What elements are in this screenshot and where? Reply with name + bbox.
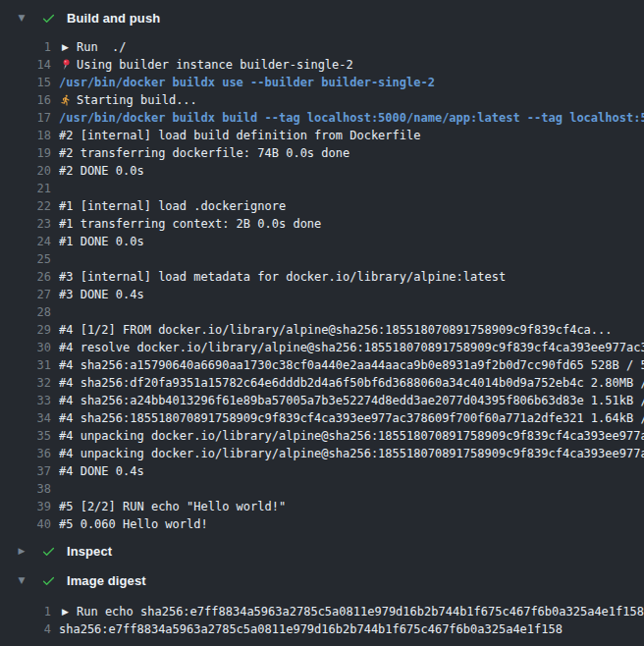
- log-line: 24 #1 DONE 0.0s: [0, 233, 644, 250]
- play-icon: ▶: [62, 603, 69, 620]
- log-line: 31 #4 sha256:a15790640a6690aa1730c38cf0a…: [0, 356, 644, 374]
- line-content: #4 DONE 0.4s: [59, 462, 644, 480]
- line-text: #4 sha256:df20fa9351a15782c64e6dddb2d4a6…: [59, 374, 644, 392]
- section-header-inspect[interactable]: ▶ Inspect: [0, 537, 644, 565]
- line-content: #4 unpacking docker.io/library/alpine@sh…: [59, 445, 644, 462]
- line-text: #4 sha256:a15790640a6690aa1730c38cf0a440…: [59, 356, 644, 374]
- line-number[interactable]: 19: [0, 144, 51, 162]
- line-number[interactable]: 4: [0, 620, 51, 638]
- line-text: #4 sha256:a24bb4013296f61e89ba57005a7b3e…: [59, 392, 644, 409]
- line-number[interactable]: 23: [0, 215, 51, 233]
- line-content: ▶Run ./: [59, 38, 644, 56]
- log-line: 20 #2 DONE 0.0s: [0, 162, 644, 180]
- line-text: #3 DONE 0.4s: [59, 286, 144, 303]
- line-number[interactable]: 15: [0, 74, 51, 91]
- line-text: #5 0.060 Hello world!: [59, 515, 208, 533]
- chevron-down-icon[interactable]: ▼: [16, 575, 27, 585]
- runner-icon: [60, 94, 72, 106]
- line-content: #4 sha256:a24bb4013296f61e89ba57005a7b3e…: [59, 392, 644, 409]
- line-text: #1 transferring context: 2B 0.0s done: [59, 215, 321, 233]
- line-number[interactable]: 24: [0, 233, 51, 250]
- line-text: Starting build...: [77, 91, 197, 109]
- line-number[interactable]: 1: [0, 603, 51, 620]
- line-content: /usr/bin/docker buildx build --tag local…: [59, 109, 644, 127]
- line-text: Run echo sha256:e7ff8834a5963a2785c5a081…: [77, 603, 644, 620]
- line-text: #4 DONE 0.4s: [59, 462, 144, 480]
- log-line: 16 Starting build...: [0, 91, 644, 109]
- line-content: /usr/bin/docker buildx use --builder bui…: [59, 74, 644, 91]
- log-section: ▼ Build and push 1 ▶Run ./ 14 Using buil…: [0, 4, 644, 533]
- log-line: 14 Using builder instance builder-single…: [0, 56, 644, 74]
- log-line: 23 #1 transferring context: 2B 0.0s done: [0, 215, 644, 233]
- log-section: ▶ Inspect: [0, 537, 644, 565]
- line-number[interactable]: 34: [0, 409, 51, 427]
- play-icon: ▶: [62, 38, 69, 56]
- line-number[interactable]: 27: [0, 286, 51, 303]
- run-expand-icon[interactable]: ▶: [59, 41, 72, 53]
- line-number[interactable]: 39: [0, 498, 51, 515]
- line-content: #2 transferring dockerfile: 74B 0.0s don…: [59, 144, 644, 162]
- line-number[interactable]: 26: [0, 268, 51, 286]
- line-text: #3 [internal] load metadata for docker.i…: [59, 268, 506, 286]
- log-line: 38: [0, 480, 644, 498]
- log-line: 25: [0, 250, 644, 268]
- line-number[interactable]: 17: [0, 109, 51, 127]
- run-expand-icon[interactable]: ▶: [59, 606, 72, 618]
- section-header-image-digest[interactable]: ▼ Image digest: [0, 566, 644, 594]
- line-number[interactable]: 30: [0, 339, 51, 356]
- log-line: 35 #4 unpacking docker.io/library/alpine…: [0, 427, 644, 445]
- line-number[interactable]: 36: [0, 445, 51, 462]
- line-number[interactable]: 32: [0, 374, 51, 392]
- line-number[interactable]: 14: [0, 56, 51, 74]
- line-number[interactable]: 22: [0, 197, 51, 215]
- log-line: 4 sha256:e7ff8834a5963a2785c5a0811e979d1…: [0, 620, 644, 638]
- section-title: Inspect: [67, 544, 112, 559]
- log-section: ▼ Image digest 1 ▶Run echo sha256:e7ff88…: [0, 566, 644, 638]
- line-content: #2 DONE 0.0s: [59, 162, 644, 180]
- success-check-icon: [41, 11, 56, 26]
- line-text: #4 unpacking docker.io/library/alpine@sh…: [59, 445, 644, 462]
- line-text: #2 [internal] load build definition from…: [59, 127, 420, 144]
- section-lines: 1 ▶Run ./ 14 Using builder instance buil…: [0, 31, 644, 533]
- line-content: Using builder instance builder-single-2: [59, 56, 644, 74]
- line-number[interactable]: 37: [0, 462, 51, 480]
- line-content: #4 resolve docker.io/library/alpine@sha2…: [59, 339, 644, 356]
- line-text: #5 [2/2] RUN echo "Hello world!": [59, 498, 286, 515]
- line-text: #4 sha256:185518070891758909c9f839cf4ca3…: [59, 409, 644, 427]
- section-lines: 1 ▶Run echo sha256:e7ff8834a5963a2785c5a…: [0, 594, 644, 638]
- line-text: #2 DONE 0.0s: [59, 162, 144, 180]
- log-line: 21: [0, 180, 644, 197]
- line-number[interactable]: 25: [0, 250, 51, 268]
- line-number[interactable]: 35: [0, 427, 51, 445]
- log-line: 37 #4 DONE 0.4s: [0, 462, 644, 480]
- line-number[interactable]: 1: [0, 38, 51, 56]
- line-number[interactable]: 40: [0, 515, 51, 533]
- line-text: Using builder instance builder-single-2: [77, 56, 353, 74]
- line-number[interactable]: 21: [0, 180, 51, 197]
- line-text: #4 [1/2] FROM docker.io/library/alpine@s…: [59, 321, 613, 339]
- log-line: 34 #4 sha256:185518070891758909c9f839cf4…: [0, 409, 644, 427]
- line-number[interactable]: 29: [0, 321, 51, 339]
- line-number[interactable]: 28: [0, 303, 51, 321]
- line-content: ▶Run echo sha256:e7ff8834a5963a2785c5a08…: [59, 603, 644, 620]
- log-line: 30 #4 resolve docker.io/library/alpine@s…: [0, 339, 644, 356]
- line-content: #5 [2/2] RUN echo "Hello world!": [59, 498, 644, 515]
- chevron-down-icon[interactable]: ▼: [16, 13, 27, 23]
- log-line: 32 #4 sha256:df20fa9351a15782c64e6dddb2d…: [0, 374, 644, 392]
- log-line: 39 #5 [2/2] RUN echo "Hello world!": [0, 498, 644, 515]
- log-line: 27 #3 DONE 0.4s: [0, 286, 644, 303]
- line-text: sha256:e7ff8834a5963a2785c5a0811e979d16b…: [59, 620, 563, 638]
- line-text: /usr/bin/docker buildx build --tag local…: [59, 109, 644, 127]
- line-content: #1 [internal] load .dockerignore: [59, 197, 644, 215]
- log-line: 22 #1 [internal] load .dockerignore: [0, 197, 644, 215]
- chevron-right-icon[interactable]: ▶: [16, 546, 27, 556]
- line-number[interactable]: 18: [0, 127, 51, 144]
- line-content: #3 [internal] load metadata for docker.i…: [59, 268, 644, 286]
- line-number[interactable]: 33: [0, 392, 51, 409]
- log-line: 28: [0, 303, 644, 321]
- line-number[interactable]: 20: [0, 162, 51, 180]
- line-number[interactable]: 31: [0, 356, 51, 374]
- line-number[interactable]: 38: [0, 480, 51, 498]
- section-header-build-and-push[interactable]: ▼ Build and push: [0, 4, 644, 31]
- line-number[interactable]: 16: [0, 91, 51, 109]
